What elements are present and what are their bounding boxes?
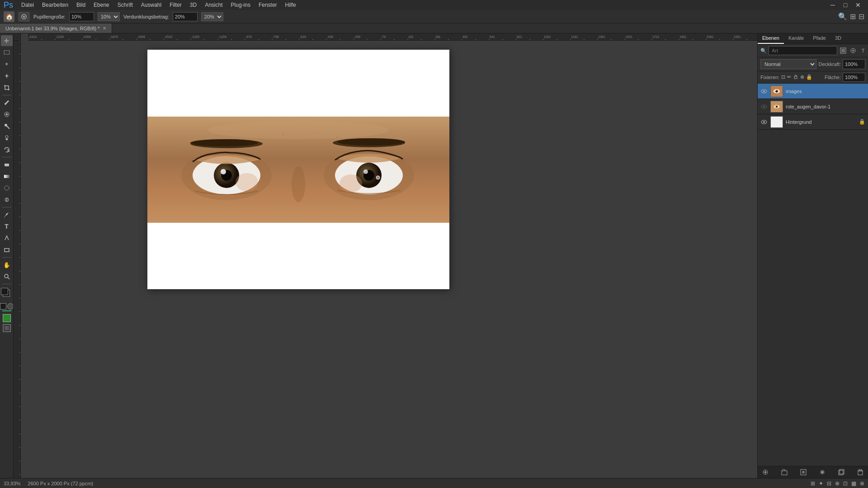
layer-item-hintergrund[interactable]: Hintergrund 🔒	[758, 114, 868, 130]
opacity-input[interactable]	[843, 59, 865, 69]
svg-line-19	[8, 277, 9, 279]
tool-pen[interactable]	[1, 209, 13, 220]
tool-path-select[interactable]	[1, 233, 13, 244]
status-icon-2[interactable]: ✦	[819, 480, 823, 487]
tool-gradient[interactable]	[1, 171, 13, 182]
foreground-color-swatch[interactable]	[3, 314, 11, 322]
main-area: ✛ ⌖	[0, 33, 868, 478]
delete-layer-btn[interactable]	[856, 468, 864, 476]
options-toolbar: 🏠 Pupillengroße: 10% Verdunklungsbetrag:…	[0, 10, 868, 23]
layer-icon-pixel[interactable]	[839, 47, 847, 55]
pupilsize-label: Pupillengroße:	[33, 14, 66, 19]
blend-mode-dropdown[interactable]: Normal	[760, 59, 816, 69]
tab-ebenen[interactable]: Ebenen	[758, 33, 784, 44]
arrange-icon[interactable]: ⊟	[859, 12, 864, 21]
status-icon-6[interactable]: ▦	[851, 480, 856, 487]
tool-type[interactable]: T	[1, 221, 13, 232]
tool-magic-wand[interactable]	[1, 70, 13, 81]
add-layer-mask-btn[interactable]	[799, 468, 807, 476]
status-icon-4[interactable]: ⊕	[835, 480, 840, 487]
view-mode-icon[interactable]: ⊞	[850, 12, 856, 21]
menu-item-ebene[interactable]: Ebene	[90, 1, 113, 9]
status-icon-5[interactable]: ⊡	[843, 480, 848, 487]
svg-rect-79	[859, 469, 862, 471]
status-icon-3[interactable]: ⊟	[827, 480, 831, 487]
menu-item-auswahl[interactable]: Auswahl	[137, 1, 165, 9]
tool-eraser[interactable]	[1, 159, 13, 170]
menu-item-3d[interactable]: 3D	[186, 1, 200, 9]
lock-transparent-icon[interactable]: ⊡	[781, 74, 785, 80]
menu-item-bild[interactable]: Bild	[73, 1, 89, 9]
tool-eyedropper[interactable]	[1, 97, 13, 108]
tool-move[interactable]: ✛	[1, 35, 13, 46]
home-button[interactable]: 🏠	[4, 11, 14, 22]
doc-tab-1[interactable]: Unbenannt-1 bei 33,9% (Images, RGB/8) * …	[0, 23, 112, 33]
maximize-button[interactable]: □	[839, 0, 852, 10]
tool-healing[interactable]	[1, 109, 13, 120]
tool-hand[interactable]: ✋	[1, 259, 13, 270]
tool-blur[interactable]	[1, 183, 13, 193]
status-icon-7[interactable]: ⊗	[860, 480, 864, 487]
minimize-button[interactable]: ─	[826, 0, 839, 10]
layer-icon-text[interactable]: T	[859, 47, 867, 55]
tool-mode-button[interactable]	[18, 12, 30, 22]
ruler-wrapper	[14, 41, 757, 478]
quick-mask-btn[interactable]	[7, 303, 14, 310]
canvas-viewport[interactable]	[21, 41, 757, 478]
tool-clone[interactable]	[1, 132, 13, 143]
menu-item-plugins[interactable]: Plug-ins	[227, 1, 254, 9]
layer-item-rote-augen[interactable]: rote_augen_davor-1	[758, 99, 868, 114]
foreground-green[interactable]	[2, 310, 11, 311]
tool-crop[interactable]	[1, 82, 13, 93]
menu-item-hilfe[interactable]: Hilfe	[282, 1, 300, 9]
layer-search-input[interactable]	[769, 46, 837, 55]
menu-item-filter[interactable]: Filter	[166, 1, 185, 9]
layer-item-images[interactable]: images	[758, 84, 868, 99]
search-icon[interactable]: 🔍	[838, 12, 847, 21]
svg-point-57	[776, 90, 778, 92]
flache-input[interactable]	[843, 73, 865, 82]
status-icon-1[interactable]: ⊞	[811, 480, 815, 487]
lock-all-icon[interactable]: 🔒	[806, 74, 812, 80]
doc-tab-close[interactable]: ✕	[103, 26, 106, 31]
layer-visibility-rote-augen[interactable]	[760, 103, 768, 110]
tool-brush[interactable]	[1, 121, 13, 131]
tool-shape[interactable]	[1, 244, 13, 255]
menu-item-bearbeiten[interactable]: Bearbeiten	[38, 1, 72, 9]
menu-item-datei[interactable]: Datei	[18, 1, 38, 9]
add-layer-style-btn[interactable]	[818, 468, 826, 476]
layer-visibility-images[interactable]	[760, 88, 768, 95]
std-mode-btn[interactable]	[0, 303, 6, 310]
pupilsize-input[interactable]	[69, 12, 94, 21]
tool-dodge[interactable]	[1, 194, 13, 205]
tab-pfade[interactable]: Pfade	[808, 33, 830, 44]
add-new-layer-btn[interactable]	[837, 468, 845, 476]
tool-zoom[interactable]	[1, 271, 13, 282]
screen-mode-btn[interactable]	[3, 324, 11, 333]
lock-position-icon[interactable]	[793, 74, 798, 80]
layer-icon-adjust[interactable]	[849, 47, 857, 55]
svg-rect-21	[5, 326, 9, 330]
tab-3d[interactable]: 3D	[830, 33, 846, 44]
layer-visibility-hintergrund[interactable]	[760, 118, 768, 126]
pupilsize-dropdown[interactable]: 10%	[98, 12, 120, 21]
tool-select-rect[interactable]	[1, 47, 13, 58]
close-button[interactable]: ✕	[852, 0, 864, 10]
lock-artboard-icon[interactable]: ⊕	[800, 74, 804, 80]
svg-point-38	[376, 176, 380, 179]
tab-kanale[interactable]: Kanäle	[784, 33, 808, 44]
add-group-btn[interactable]	[780, 468, 788, 476]
tool-lasso[interactable]: ⌖	[1, 59, 13, 70]
menu-item-ansicht[interactable]: Ansicht	[201, 1, 226, 9]
lock-image-icon[interactable]: ✏	[787, 74, 791, 80]
menu-bar: Ps Datei Bearbeiten Bild Ebene Schrift A…	[0, 0, 868, 10]
darken-input[interactable]	[173, 12, 198, 21]
layer-thumb-images	[770, 85, 783, 97]
darken-dropdown[interactable]: 20%	[201, 12, 223, 21]
menu-item-schrift[interactable]: Schrift	[114, 1, 137, 9]
tool-history-brush[interactable]	[1, 144, 13, 155]
add-adjustment-btn[interactable]	[761, 468, 769, 476]
svg-point-23	[208, 121, 389, 139]
foreground-color[interactable]	[1, 288, 13, 300]
menu-item-fenster[interactable]: Fenster	[255, 1, 281, 9]
